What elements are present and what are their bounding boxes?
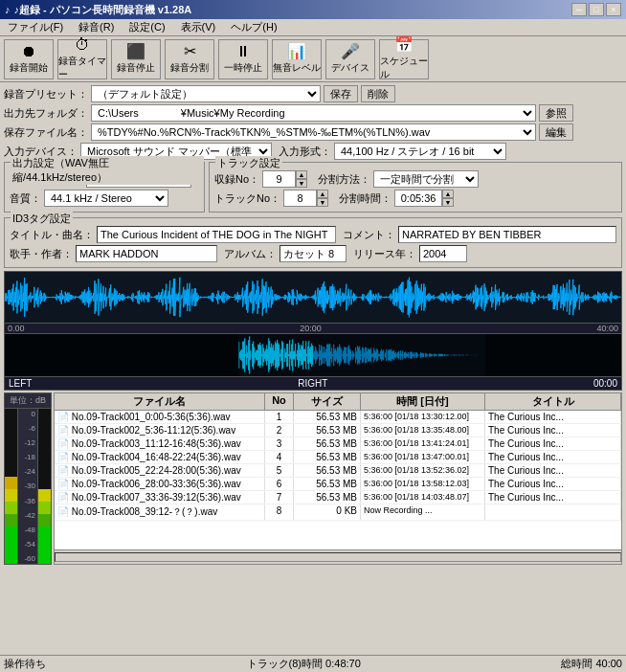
minimize-button[interactable]: ─ bbox=[571, 3, 587, 16]
horizontal-scrollbar[interactable] bbox=[55, 549, 621, 563]
record-no-spinner-btns: ▲ ▼ bbox=[296, 170, 307, 188]
waveform-right-time: 00:00 bbox=[593, 378, 617, 389]
table-cell: 56.53 MB bbox=[294, 411, 361, 423]
table-cell: 5:36:00 [01/18 13:35:48.00] bbox=[361, 424, 485, 437]
table-cell: 5:36:00 [01/18 13:41:24.01] bbox=[361, 437, 485, 450]
record-timer-button[interactable]: ⏱ 録音タイマー bbox=[57, 39, 107, 79]
record-no-spinner[interactable]: ▲ ▼ bbox=[262, 170, 307, 188]
close-button[interactable]: × bbox=[606, 3, 621, 16]
menu-settings[interactable]: 設定(C) bbox=[125, 19, 168, 35]
preset-select[interactable]: （デフォルト設定） bbox=[91, 85, 321, 102]
split-method-select[interactable]: 一定時間で分割 bbox=[373, 170, 479, 188]
record-split-button[interactable]: ✂ 録音分割 bbox=[165, 39, 214, 79]
table-cell: The Curious Inc... bbox=[485, 464, 621, 477]
save-preset-button[interactable]: 保存 bbox=[324, 85, 358, 102]
lr-labels: LEFT RIGHT 00:00 bbox=[4, 377, 622, 391]
split-time-input[interactable] bbox=[394, 190, 442, 207]
table-row[interactable]: 📄 No.09-Track007_33:36-39:12(5:36).wav75… bbox=[55, 491, 621, 504]
table-cell: The Curious Inc... bbox=[485, 437, 621, 450]
title-bar-left: ♪ ♪超録 - パソコン長時間録音機 v1.28A bbox=[5, 3, 191, 17]
record-no-input[interactable] bbox=[262, 170, 296, 188]
waveform-mid-time: 20:00 bbox=[300, 324, 322, 333]
table-body: 📄 No.09-Track001_0:00-5:36(5:36).wav156.… bbox=[55, 411, 621, 549]
vu-meter-section: 単位：dB 0 -6 -12 -18 -2 bbox=[4, 392, 52, 565]
schedule-button[interactable]: 📅 スケジュール bbox=[379, 39, 429, 79]
table-row[interactable]: 📄 No.09-Track002_5:36-11:12(5:36).wav256… bbox=[55, 424, 621, 437]
track-no-input[interactable] bbox=[283, 190, 317, 207]
table-row[interactable]: 📄 No.09-Track006_28:00-33:36(5:36).wav65… bbox=[55, 478, 621, 491]
schedule-label: スケジュール bbox=[380, 55, 428, 81]
table-cell: The Curious Inc... bbox=[485, 478, 621, 490]
record-timer-label: 録音タイマー bbox=[58, 55, 106, 81]
input-format-select[interactable]: 44,100 Hz / ステレオ / 16 bit bbox=[334, 143, 506, 160]
menu-help[interactable]: ヘルプ(H) bbox=[227, 19, 280, 35]
id3-title-row: タイトル・曲名： コメント： bbox=[10, 226, 616, 243]
menu-record[interactable]: 録音(R) bbox=[75, 19, 118, 35]
track-no-down[interactable]: ▼ bbox=[317, 198, 328, 207]
left-vu-bar bbox=[4, 408, 17, 565]
pause-button[interactable]: ⏸ 一時停止 bbox=[218, 39, 268, 79]
browse-button[interactable]: 参照 bbox=[539, 104, 573, 122]
id3-title-input[interactable] bbox=[97, 226, 336, 243]
delete-preset-button[interactable]: 削除 bbox=[361, 85, 395, 102]
id3-artist-input[interactable] bbox=[76, 245, 217, 262]
settings-row: 出力設定（WAV無圧縮/44.1kHz/stereo） ファイル形式： WAV … bbox=[4, 162, 622, 215]
id3-year-input[interactable] bbox=[419, 245, 467, 262]
split-time-up[interactable]: ▲ bbox=[442, 190, 454, 198]
edit-filename-button[interactable]: 編集 bbox=[539, 123, 573, 141]
maximize-button[interactable]: □ bbox=[589, 3, 604, 16]
table-cell: 📄 No.09-Track003_11:12-16:48(5:36).wav bbox=[55, 437, 265, 450]
table-row[interactable]: 📄 No.09-Track003_11:12-16:48(5:36).wav35… bbox=[55, 437, 621, 451]
record-stop-button[interactable]: ⬛ 録音停止 bbox=[111, 39, 161, 79]
id3-title-label: タイトル・曲名： bbox=[10, 228, 94, 242]
waveform-labels: 0.00 20:00 40:00 bbox=[4, 324, 622, 334]
track-no-label: トラックNo： bbox=[214, 191, 280, 206]
table-cell: 56.53 MB bbox=[294, 464, 361, 477]
db-42: -42 bbox=[18, 511, 37, 520]
record-no-down[interactable]: ▼ bbox=[296, 179, 307, 188]
table-cell: 8 bbox=[265, 504, 294, 520]
table-cell: The Curious Inc... bbox=[485, 491, 621, 504]
db-54: -54 bbox=[18, 540, 37, 549]
left-vu-green-2 bbox=[5, 539, 17, 551]
left-vu-green-1 bbox=[5, 551, 17, 564]
output-settings-box: 出力設定（WAV無圧縮/44.1kHz/stereo） ファイル形式： WAV … bbox=[4, 162, 205, 213]
right-vu-green-3 bbox=[38, 526, 51, 539]
split-time-spinner[interactable]: ▲ ▼ bbox=[394, 190, 454, 207]
table-row[interactable]: 📄 No.09-Track004_16:48-22:24(5:36).wav45… bbox=[55, 451, 621, 464]
title-bar-controls: ─ □ × bbox=[571, 3, 621, 16]
split-time-down[interactable]: ▼ bbox=[442, 198, 454, 207]
quality-label: 音質： bbox=[10, 191, 41, 206]
table-row[interactable]: 📄 No.09-Track001_0:00-5:36(5:36).wav156.… bbox=[55, 411, 621, 424]
id3-comment-input[interactable] bbox=[398, 226, 616, 243]
id3-album-input[interactable] bbox=[279, 245, 347, 262]
table-cell: 56.53 MB bbox=[294, 478, 361, 490]
record-start-button[interactable]: ⏺ 録音開始 bbox=[4, 39, 54, 79]
silence-level-button[interactable]: 📊 無音レベル bbox=[272, 39, 322, 79]
menu-view[interactable]: 表示(V) bbox=[177, 19, 220, 35]
pause-label: 一時停止 bbox=[224, 61, 262, 75]
scrollbar-track[interactable] bbox=[55, 552, 621, 562]
table-cell: 56.53 MB bbox=[294, 437, 361, 450]
table-cell: 📄 No.09-Track004_16:48-22:24(5:36).wav bbox=[55, 451, 265, 463]
table-cell: 4 bbox=[265, 451, 294, 463]
table-row[interactable]: 📄 No.09-Track008_39:12-？(？).wav80 KBNow … bbox=[55, 504, 621, 521]
record-start-label: 録音開始 bbox=[10, 61, 48, 75]
record-no-row: 収録No： ▲ ▼ 分割方法： 一定時間で分割 bbox=[214, 170, 616, 188]
id3-year-label: リリース年： bbox=[353, 247, 416, 261]
table-cell: 0 KB bbox=[294, 504, 361, 520]
record-no-up[interactable]: ▲ bbox=[296, 170, 307, 179]
status-left: 操作待ち bbox=[4, 657, 46, 671]
device-button[interactable]: 🎤 デバイス bbox=[325, 39, 375, 79]
quality-select[interactable]: 44.1 kHz / Stereo bbox=[44, 190, 168, 207]
record-no-label: 収録No： bbox=[214, 172, 259, 187]
save-filename-select[interactable]: %TDY%#No.%RCN%-Track%TKN%_%STM%-‰ETM%(%T… bbox=[91, 123, 536, 141]
table-cell: 7 bbox=[265, 491, 294, 504]
menu-file[interactable]: ファイル(F) bbox=[4, 19, 67, 35]
output-folder-select[interactable]: C:\Users ¥Music¥My Recording bbox=[91, 104, 536, 122]
track-no-spinner[interactable]: ▲ ▼ bbox=[283, 190, 328, 207]
app-icon: ♪ bbox=[5, 4, 11, 15]
track-no-up[interactable]: ▲ bbox=[317, 190, 328, 198]
table-row[interactable]: 📄 No.09-Track005_22:24-28:00(5:36).wav55… bbox=[55, 464, 621, 478]
id3-tag-title: ID3タグ設定 bbox=[11, 212, 73, 226]
